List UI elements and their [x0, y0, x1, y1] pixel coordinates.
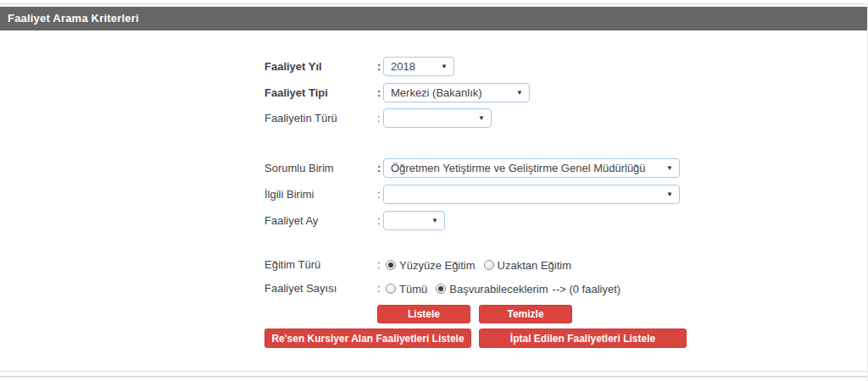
- ilgili-birimi-select[interactable]: ▼: [383, 185, 680, 204]
- resen-kursiyer-listele-button-label: Re'sen Kursiyer Alan Faaliyetleri Listel…: [271, 333, 464, 345]
- bottom-divider: [0, 378, 867, 378]
- chevron-down-icon: ▼: [478, 115, 485, 122]
- field-label-sorumlu-birim: Sorumlu Birim: [264, 158, 334, 178]
- colon-separator: :: [377, 108, 381, 128]
- radio-button-icon[interactable]: [436, 284, 446, 294]
- radio-label: Tümü: [399, 283, 427, 295]
- iptal-edilen-listele-button[interactable]: İptal Edilen Faaliyetleri Listele: [479, 329, 687, 348]
- faaliyet-count-text: --> (0 faaliyet): [553, 283, 621, 295]
- faaliyet-sayisi-radio-group: Tümü Başvurabileceklerim --> (0 faaliyet…: [386, 281, 620, 296]
- top-divider: [0, 3, 867, 4]
- field-label-faaliyet-sayisi: Faaliyet Sayısı: [264, 279, 337, 298]
- field-label-faaliyet-yil: Faaliyet Yıl: [264, 57, 322, 76]
- chevron-down-icon: ▼: [666, 191, 673, 198]
- temizle-button[interactable]: Temizle: [479, 305, 572, 323]
- colon-separator: :: [377, 279, 381, 298]
- radio-button-icon[interactable]: [484, 260, 494, 270]
- iptal-edilen-listele-button-label: İptal Edilen Faaliyetleri Listele: [510, 333, 655, 345]
- chevron-down-icon: ▼: [516, 90, 523, 97]
- radio-label: Yüzyüze Eğitim: [399, 259, 476, 272]
- panel-header: Faaliyet Arama Kriterleri: [0, 7, 867, 30]
- page-title: Faaliyet Arama Kriterleri: [8, 12, 139, 25]
- colon-separator: :: [377, 185, 381, 204]
- faaliyet-tipi-select[interactable]: Merkezi (Bakanlık) ▼: [383, 83, 530, 102]
- radio-button-icon[interactable]: [386, 284, 396, 294]
- radio-tumu[interactable]: Tümü: [386, 283, 427, 295]
- activity-search-page: Faaliyet Arama Kriterleri Faaliyet Yıl :…: [0, 0, 868, 381]
- colon-separator: :: [377, 255, 381, 274]
- colon-separator: :: [377, 57, 381, 76]
- listele-button-label: Listele: [408, 308, 440, 320]
- field-label-faaliyet-tipi: Faaliyet Tipi: [264, 83, 328, 102]
- egitim-turu-radio-group: Yüzyüze Eğitim Uzaktan Eğitim: [386, 257, 580, 273]
- chevron-down-icon: ▼: [431, 218, 438, 224]
- listele-button[interactable]: Listele: [377, 305, 470, 323]
- sorumlu-birim-value: Öğretmen Yetiştirme ve Geliştirme Genel …: [391, 162, 646, 174]
- bottom-divider: [0, 371, 867, 372]
- faaliyet-ay-select[interactable]: ▼: [383, 211, 445, 230]
- colon-separator: :: [377, 158, 381, 178]
- colon-separator: :: [377, 83, 381, 102]
- faaliyet-yil-value: 2018: [391, 60, 415, 73]
- field-label-faaliyetin-turu: Faaliyetin Türü: [264, 108, 337, 128]
- chevron-down-icon: ▼: [441, 64, 448, 70]
- sorumlu-birim-select[interactable]: Öğretmen Yetiştirme ve Geliştirme Genel …: [383, 158, 680, 178]
- radio-yuzyuze-egitim[interactable]: Yüzyüze Eğitim: [386, 259, 476, 272]
- field-label-egitim-turu: Eğitim Türü: [264, 255, 320, 274]
- radio-button-icon[interactable]: [386, 260, 396, 270]
- radio-label: Uzaktan Eğitim: [498, 259, 571, 272]
- faaliyetin-turu-select[interactable]: ▼: [383, 108, 492, 128]
- chevron-down-icon: ▼: [666, 165, 673, 172]
- colon-separator: :: [377, 211, 381, 230]
- field-label-ilgili-birimi: İlgili Birimi: [264, 185, 314, 204]
- radio-uzaktan-egitim[interactable]: Uzaktan Eğitim: [484, 259, 571, 272]
- radio-label: Başvurabileceklerim: [449, 283, 548, 295]
- temizle-button-label: Temizle: [507, 308, 543, 320]
- bottom-divider: [0, 376, 867, 377]
- faaliyet-yil-select[interactable]: 2018 ▼: [383, 57, 454, 76]
- resen-kursiyer-listele-button[interactable]: Re'sen Kursiyer Alan Faaliyetleri Listel…: [264, 329, 471, 348]
- faaliyet-tipi-value: Merkezi (Bakanlık): [391, 86, 482, 99]
- field-label-faaliyet-ay: Faaliyet Ay: [264, 211, 318, 230]
- radio-basvurabileceklerim[interactable]: Başvurabileceklerim: [436, 283, 548, 295]
